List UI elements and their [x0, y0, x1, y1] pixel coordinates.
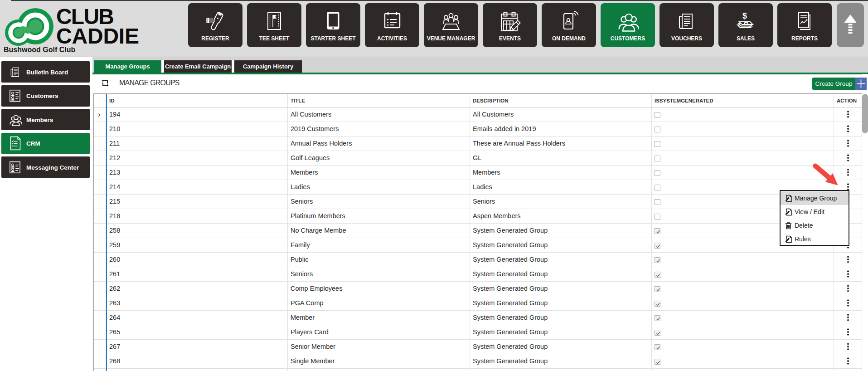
svg-text:$: $ — [742, 11, 747, 20]
